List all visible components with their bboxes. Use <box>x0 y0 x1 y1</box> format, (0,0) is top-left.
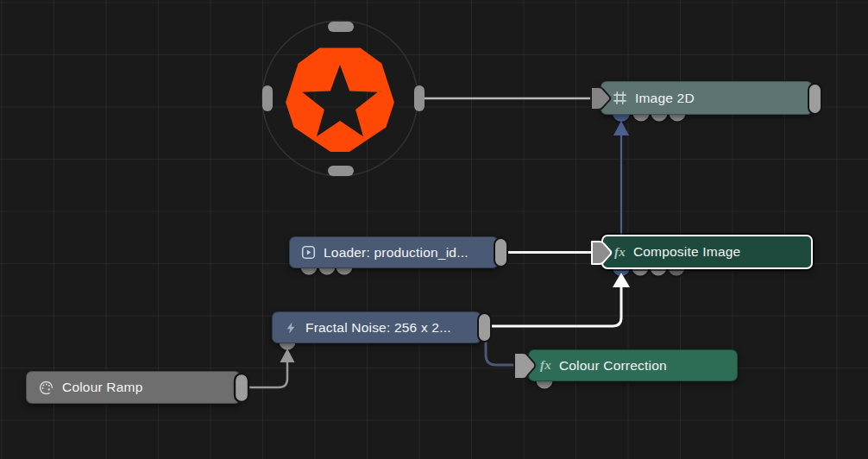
node-loader[interactable]: Loader: production_id... <box>289 236 499 268</box>
hub-ring <box>262 21 418 176</box>
node-composite-image[interactable]: fx Composite Image <box>601 235 813 269</box>
hub-port-top[interactable] <box>328 22 354 32</box>
hub-port-bottom[interactable] <box>328 166 354 176</box>
wire-fractal-to-composite[interactable] <box>490 285 621 326</box>
node-colour-ramp[interactable]: Colour Ramp <box>26 371 241 404</box>
node-label: Loader: production_id... <box>324 245 469 261</box>
logo-star-icon[interactable] <box>286 48 394 152</box>
node-colour-correction[interactable]: fx Colour Correction <box>528 349 738 381</box>
composite-input-port[interactable] <box>589 239 613 267</box>
colourcorrection-input-port[interactable] <box>512 350 538 381</box>
node-fractal-noise[interactable]: Fractal Noise: 256 x 2... <box>272 311 481 343</box>
fx-icon: fx <box>614 245 626 260</box>
loader-output-port[interactable] <box>493 236 509 268</box>
node-label: Image 2D <box>635 91 695 106</box>
frame-icon <box>613 91 627 105</box>
palette-icon <box>38 380 54 396</box>
node-label: Colour Correction <box>559 358 667 374</box>
wire-colourramp-to-fractal[interactable] <box>247 361 287 387</box>
node-label: Composite Image <box>633 244 740 260</box>
fractal-output-port[interactable] <box>476 311 493 343</box>
image2d-output-port[interactable] <box>807 82 823 116</box>
node-graph-canvas[interactable]: Image 2D Loader: production_id... fx Com… <box>0 0 868 459</box>
colourramp-output-port[interactable] <box>233 372 250 404</box>
hub-ports[interactable] <box>262 22 425 176</box>
arrowhead-into-image2d <box>613 121 629 135</box>
node-label: Fractal Noise: 256 x 2... <box>305 320 451 336</box>
fx-icon: fx <box>540 358 551 373</box>
lightning-icon <box>284 321 298 335</box>
node-image2d[interactable]: Image 2D <box>601 81 813 115</box>
node-label: Colour Ramp <box>62 380 143 395</box>
arrowhead-into-fractal <box>280 349 295 362</box>
hub-port-right[interactable] <box>414 85 425 111</box>
play-square-icon <box>301 245 316 260</box>
hub-port-left[interactable] <box>262 85 273 111</box>
image2d-input-port[interactable] <box>588 85 613 112</box>
